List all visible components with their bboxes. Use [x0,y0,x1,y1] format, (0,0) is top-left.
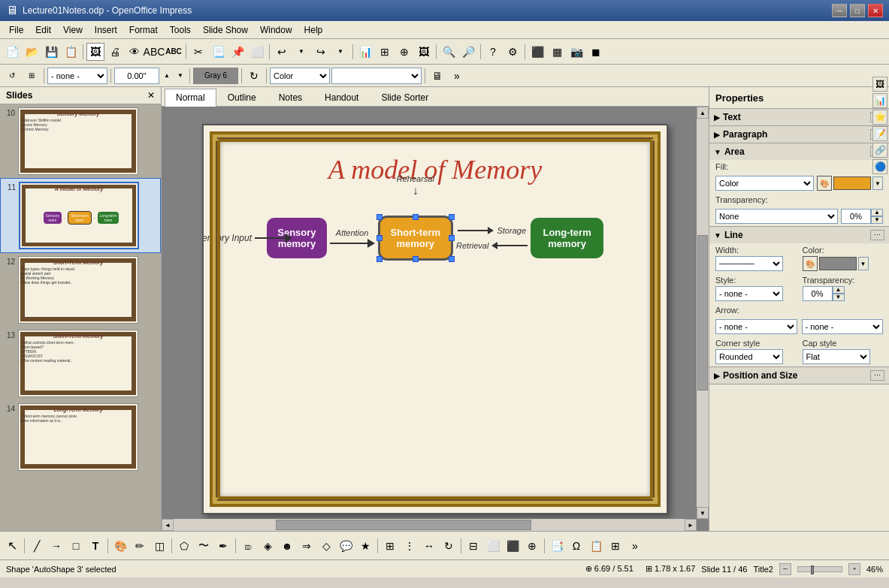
slide-thumb-13[interactable]: 13 Short-Term memory • What controls sho… [0,327,161,400]
expand-button[interactable]: » [448,67,466,85]
select-tool[interactable]: ↖ [3,537,21,555]
slide-viewport[interactable]: ▲ ▼ ◄ ► [162,107,709,531]
align-left-button[interactable]: ⊞ [23,67,41,85]
close-slides-panel-button[interactable]: ✕ [147,90,155,101]
side-icon-4[interactable]: 📝 [872,126,887,141]
zoom-out-button[interactable]: ─ [779,563,791,575]
handle-tl[interactable] [376,214,383,220]
stars-tool[interactable]: ★ [356,537,374,555]
side-icon-2[interactable]: 📊 [872,93,887,108]
transparency-type-select[interactable]: None [715,209,838,224]
handle-tr[interactable] [449,214,455,220]
arrow-to-select[interactable]: - none - [802,319,884,334]
zoom-button[interactable]: 🔎 [459,43,477,61]
misc3-button[interactable]: ▦ [548,43,566,61]
fill-type-select[interactable]: Color [715,176,814,191]
chart-button[interactable]: 📊 [356,43,374,61]
close-button[interactable]: ✕ [868,4,883,17]
undo-list-button[interactable]: ▼ [292,43,310,61]
insert-table-draw[interactable]: ⊞ [606,537,624,555]
connector-tool[interactable]: ⎄ [239,537,257,555]
misc5-button[interactable]: ◼ [587,43,605,61]
short-term-memory-box[interactable]: Short-termmemory [378,216,453,261]
insert-fields-tool[interactable]: 📋 [587,537,605,555]
flip-tool[interactable]: ↔ [420,537,438,555]
slide-thumb-10[interactable]: 10 Sensory Memory • Atkinson Shiffrin mo… [0,104,161,178]
ungroup-tool[interactable]: ⬛ [503,537,522,555]
prop-section-text-header[interactable]: ▶ Text ⋯ [709,109,889,125]
autocorrect-button[interactable]: ABC [165,43,183,61]
tab-handout[interactable]: Handout [313,89,370,106]
polygon-tool[interactable]: ⬠ [175,537,193,555]
fill-color-dropdown-btn[interactable]: ▼ [872,176,883,190]
paste-button[interactable]: 📌 [228,43,246,61]
menu-tools[interactable]: Tools [164,23,197,37]
block-arrows-tool[interactable]: ⇒ [298,537,316,555]
menu-format[interactable]: Format [123,23,164,37]
scroll-up-button[interactable]: ▲ [697,107,709,119]
group-tool[interactable]: ⬜ [484,537,502,555]
save-as-button[interactable]: 📋 [62,43,80,61]
side-icon-3[interactable]: ⭐ [872,110,887,125]
redo-list-button[interactable]: ▼ [331,43,349,61]
cap-style-select[interactable]: Flat [803,349,870,364]
tab-slide-sorter[interactable]: Slide Sorter [370,89,440,106]
handle-mr[interactable] [449,235,455,241]
hscrollbar-thumb[interactable] [276,520,531,530]
line-tool[interactable]: ╱ [28,537,46,555]
spellcheck-button[interactable]: ABC [145,43,163,61]
expand-draw[interactable]: » [626,537,644,555]
minimize-button[interactable]: ─ [832,4,847,17]
position-spinner-up[interactable]: ▲ [161,71,173,80]
scrollbar-thumb[interactable] [697,235,708,390]
menu-edit[interactable]: Edit [29,23,57,37]
style-select[interactable] [331,68,422,84]
search-button[interactable]: 🔍 [440,43,458,61]
long-term-memory-box[interactable]: Long-termmemory [531,218,603,258]
tab-normal[interactable]: Normal [165,89,216,107]
save-button[interactable]: 💾 [42,43,60,61]
zoom-in-button[interactable]: + [848,563,860,575]
handle-tm[interactable] [413,214,419,220]
shadow-tool[interactable]: ◫ [150,537,168,555]
horizontal-scrollbar[interactable]: ◄ ► [162,519,697,531]
line-transp-up-btn[interactable]: ▲ [833,286,845,294]
position-input[interactable] [114,68,159,84]
line-style-select[interactable]: - none - [715,286,783,301]
curve-tool[interactable]: 〜 [195,537,213,555]
snap-points-tool[interactable]: ⋮ [401,537,419,555]
slide-thumb-11[interactable]: 11 A model of Memory → Sensorymem → Shor… [0,178,161,253]
menu-insert[interactable]: Insert [89,23,123,37]
tab-outline[interactable]: Outline [216,89,268,106]
cut-button[interactable]: ✂ [189,43,207,61]
prop-section-line-header[interactable]: ▼ Line ⋯ [709,227,889,243]
redo-button[interactable]: ↪ [312,43,330,61]
color-mode-select[interactable]: Color [270,68,330,84]
handle-bm[interactable] [413,256,419,262]
arrow-tool[interactable]: → [47,537,65,555]
menu-help[interactable]: Help [298,23,329,37]
copy-button[interactable]: 📃 [209,43,227,61]
prop-section-position-header[interactable]: ▶ Position and Size ⋯ [709,367,889,384]
undo-button[interactable]: ↩ [273,43,291,61]
tab-notes[interactable]: Notes [268,89,313,106]
slides-list[interactable]: 10 Sensory Memory • Atkinson Shiffrin mo… [0,104,161,531]
line-width-select[interactable]: ────── [715,256,783,271]
symbol-shapes-tool[interactable]: ☻ [278,537,296,555]
slide-thumb-12[interactable]: 12 Short-Term Memory • Two types: things… [0,253,161,327]
open-button[interactable]: 📂 [23,43,41,61]
snap-grid-tool[interactable]: ⊞ [381,537,399,555]
side-icon-6[interactable]: 🔵 [872,159,887,174]
menu-view[interactable]: View [57,23,89,37]
misc1-button[interactable]: ⚙ [503,43,522,61]
vertical-scrollbar[interactable]: ▲ ▼ [697,107,709,519]
text-tool[interactable]: T [86,537,104,555]
transparency-down-btn[interactable]: ▼ [871,216,883,224]
arrow-from-select[interactable]: - none - [715,319,797,334]
line-color-dropdown-btn[interactable]: ▼ [858,257,869,270]
color-swatch-btn[interactable]: Gray 6 [193,68,238,84]
position-spinner-down[interactable]: ▼ [174,71,186,80]
prop-section-paragraph-header[interactable]: ▶ Paragraph ⋯ [709,126,889,143]
freeform-tool[interactable]: ✒ [214,537,232,555]
rotate-left-button[interactable]: ↺ [3,67,21,85]
